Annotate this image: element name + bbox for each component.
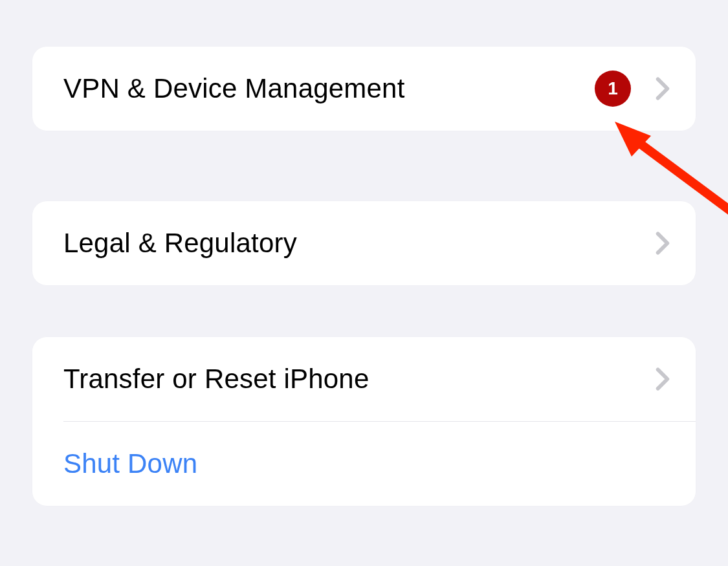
settings-group-legal: Legal & Regulatory xyxy=(32,201,696,285)
spacer xyxy=(32,131,696,201)
row-label: Legal & Regulatory xyxy=(63,228,656,259)
settings-group-vpn: VPN & Device Management 1 xyxy=(32,47,696,131)
row-label: Transfer or Reset iPhone xyxy=(63,364,656,395)
chevron-right-icon xyxy=(656,76,670,101)
row-shut-down[interactable]: Shut Down xyxy=(32,422,696,506)
row-vpn-device-management[interactable]: VPN & Device Management 1 xyxy=(32,47,696,131)
chevron-right-icon xyxy=(656,231,670,256)
row-legal-regulatory[interactable]: Legal & Regulatory xyxy=(32,201,696,285)
chevron-right-icon xyxy=(656,367,670,391)
row-label: Shut Down xyxy=(63,448,670,479)
row-label: VPN & Device Management xyxy=(63,73,595,104)
spacer xyxy=(32,285,696,337)
row-transfer-reset-iphone[interactable]: Transfer or Reset iPhone xyxy=(32,337,696,421)
notification-badge: 1 xyxy=(595,71,631,107)
settings-group-reset: Transfer or Reset iPhone Shut Down xyxy=(32,337,696,506)
